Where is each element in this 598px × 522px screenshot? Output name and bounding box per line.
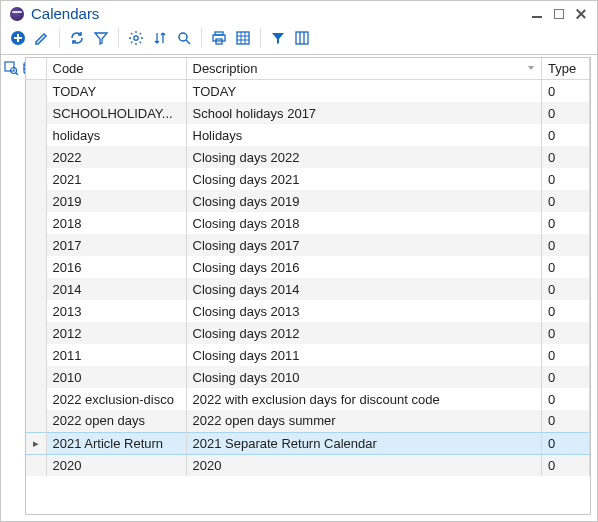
cell-type[interactable]: 0 [542, 256, 590, 278]
cell-description[interactable]: 2022 open days summer [186, 410, 542, 432]
cell-description[interactable]: Closing days 2019 [186, 190, 542, 212]
cell-type[interactable]: 0 [542, 234, 590, 256]
row-handle[interactable] [26, 212, 46, 234]
cell-code[interactable]: 2016 [46, 256, 186, 278]
table-row[interactable]: 2017Closing days 20170 [26, 234, 590, 256]
table-row[interactable]: 2021Closing days 20210 [26, 168, 590, 190]
cell-description[interactable]: Closing days 2016 [186, 256, 542, 278]
cell-type[interactable]: 0 [542, 454, 590, 476]
minimize-button[interactable] [529, 6, 545, 22]
table-row[interactable]: 2022 open days2022 open days summer0 [26, 410, 590, 432]
add-button[interactable] [7, 27, 29, 49]
table-row[interactable]: 202020200 [26, 454, 590, 476]
refresh-button[interactable] [66, 27, 88, 49]
column-header-code[interactable]: Code [46, 58, 186, 80]
cell-code[interactable]: 2021 Article Return [46, 432, 186, 454]
cell-code[interactable]: 2012 [46, 322, 186, 344]
cell-code[interactable]: 2011 [46, 344, 186, 366]
cell-code[interactable]: SCHOOLHOLIDAY... [46, 102, 186, 124]
cell-type[interactable]: 0 [542, 190, 590, 212]
row-handle[interactable] [26, 124, 46, 146]
row-handle[interactable] [26, 80, 46, 102]
cell-description[interactable]: Closing days 2017 [186, 234, 542, 256]
close-button[interactable] [573, 6, 589, 22]
cell-type[interactable]: 0 [542, 366, 590, 388]
cell-description[interactable]: 2022 with exclusion days for discount co… [186, 388, 542, 410]
table-row[interactable]: 2019Closing days 20190 [26, 190, 590, 212]
cell-code[interactable]: 2018 [46, 212, 186, 234]
table-row[interactable]: 2022 exclusion-disco2022 with exclusion … [26, 388, 590, 410]
edit-button[interactable] [31, 27, 53, 49]
cell-type[interactable]: 0 [542, 168, 590, 190]
table-row[interactable]: 2014Closing days 20140 [26, 278, 590, 300]
table-row[interactable]: 2012Closing days 20120 [26, 322, 590, 344]
cell-description[interactable]: Closing days 2013 [186, 300, 542, 322]
cell-description[interactable]: Closing days 2018 [186, 212, 542, 234]
cell-description[interactable]: TODAY [186, 80, 542, 102]
row-handle[interactable] [26, 256, 46, 278]
row-handle[interactable] [26, 146, 46, 168]
row-handle[interactable] [26, 454, 46, 476]
cell-description[interactable]: Closing days 2022 [186, 146, 542, 168]
table-row[interactable]: 2021 Article Return2021 Separate Return … [26, 432, 590, 454]
data-grid[interactable]: Code Description Type TODAYTODAY0SCHOOLH… [25, 57, 591, 515]
cell-type[interactable]: 0 [542, 278, 590, 300]
cell-code[interactable]: 2010 [46, 366, 186, 388]
row-handle[interactable] [26, 432, 46, 454]
columns-button[interactable] [291, 27, 313, 49]
cell-code[interactable]: 2021 [46, 168, 186, 190]
cell-description[interactable]: 2021 Separate Return Calendar [186, 432, 542, 454]
cell-type[interactable]: 0 [542, 432, 590, 454]
cell-code[interactable]: 2014 [46, 278, 186, 300]
maximize-button[interactable] [551, 6, 567, 22]
row-handle[interactable] [26, 388, 46, 410]
cell-code[interactable]: 2022 [46, 146, 186, 168]
cell-description[interactable]: Closing days 2010 [186, 366, 542, 388]
cell-type[interactable]: 0 [542, 212, 590, 234]
cell-description[interactable]: Holidays [186, 124, 542, 146]
cell-description[interactable]: Closing days 2011 [186, 344, 542, 366]
export-button[interactable] [232, 27, 254, 49]
table-row[interactable]: TODAYTODAY0 [26, 80, 590, 102]
cell-code[interactable]: 2017 [46, 234, 186, 256]
cell-description[interactable]: 2020 [186, 454, 542, 476]
table-row[interactable]: 2018Closing days 20180 [26, 212, 590, 234]
cell-code[interactable]: 2022 exclusion-disco [46, 388, 186, 410]
cell-type[interactable]: 0 [542, 344, 590, 366]
grid-body[interactable]: TODAYTODAY0SCHOOLHOLIDAY...School holida… [26, 80, 590, 514]
row-handle[interactable] [26, 234, 46, 256]
table-row[interactable]: holidaysHolidays0 [26, 124, 590, 146]
row-handle[interactable] [26, 322, 46, 344]
cell-type[interactable]: 0 [542, 146, 590, 168]
cell-code[interactable]: 2022 open days [46, 410, 186, 432]
row-handle[interactable] [26, 278, 46, 300]
cell-description[interactable]: School holidays 2017 [186, 102, 542, 124]
cell-code[interactable]: 2019 [46, 190, 186, 212]
row-handle[interactable] [26, 168, 46, 190]
settings-button[interactable] [125, 27, 147, 49]
cell-code[interactable]: holidays [46, 124, 186, 146]
cell-type[interactable]: 0 [542, 410, 590, 432]
row-handle[interactable] [26, 410, 46, 432]
table-row[interactable]: 2013Closing days 20130 [26, 300, 590, 322]
inspect-button[interactable] [3, 58, 19, 78]
cell-description[interactable]: Closing days 2021 [186, 168, 542, 190]
row-handle[interactable] [26, 366, 46, 388]
column-header-description[interactable]: Description [186, 58, 542, 80]
row-handle[interactable] [26, 344, 46, 366]
cell-type[interactable]: 0 [542, 102, 590, 124]
cell-description[interactable]: Closing days 2012 [186, 322, 542, 344]
cell-type[interactable]: 0 [542, 388, 590, 410]
row-handle[interactable] [26, 190, 46, 212]
cell-code[interactable]: 2020 [46, 454, 186, 476]
cell-type[interactable]: 0 [542, 300, 590, 322]
search-button[interactable] [173, 27, 195, 49]
row-handle[interactable] [26, 102, 46, 124]
cell-description[interactable]: Closing days 2014 [186, 278, 542, 300]
cell-type[interactable]: 0 [542, 322, 590, 344]
cell-type[interactable]: 0 [542, 80, 590, 102]
print-button[interactable] [208, 27, 230, 49]
cell-code[interactable]: 2013 [46, 300, 186, 322]
table-row[interactable]: 2022Closing days 20220 [26, 146, 590, 168]
row-handle[interactable] [26, 300, 46, 322]
